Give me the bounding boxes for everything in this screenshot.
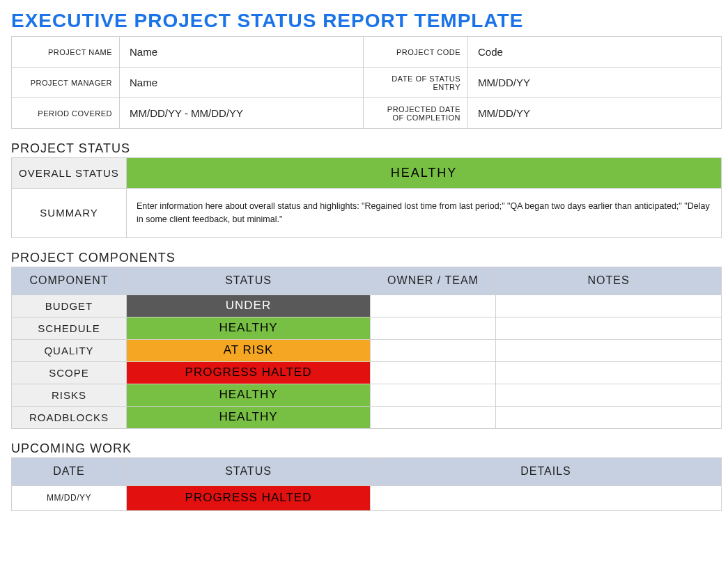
table-row: QUALITYAT RISK bbox=[12, 339, 722, 361]
value-period-covered[interactable]: MM/DD/YY - MM/DD/YY bbox=[120, 98, 364, 129]
label-projected-line1: PROJECTED DATE bbox=[364, 105, 460, 113]
header-component: COMPONENT bbox=[12, 267, 127, 295]
header-date: DATE bbox=[12, 457, 127, 485]
heading-project-components: PROJECT COMPONENTS bbox=[11, 251, 721, 265]
component-label: ROADBLOCKS bbox=[12, 406, 127, 428]
label-period-covered: PERIOD COVERED bbox=[12, 98, 120, 129]
component-label: QUALITY bbox=[12, 339, 127, 361]
header-status: STATUS bbox=[127, 267, 371, 295]
label-overall-status: OVERALL STATUS bbox=[12, 158, 127, 189]
component-label: RISKS bbox=[12, 384, 127, 406]
upcoming-work-table: DATE STATUS DETAILS MM/DD/YYPROGRESS HAL… bbox=[11, 457, 722, 511]
upcoming-details[interactable] bbox=[371, 485, 722, 510]
component-owner[interactable] bbox=[371, 339, 496, 361]
heading-upcoming-work: UPCOMING WORK bbox=[11, 441, 721, 456]
header-status: STATUS bbox=[127, 457, 371, 485]
value-project-code[interactable]: Code bbox=[468, 37, 722, 68]
component-status[interactable]: HEALTHY bbox=[127, 384, 371, 406]
table-row: MM/DD/YYPROGRESS HALTED bbox=[12, 485, 722, 510]
component-owner[interactable] bbox=[371, 361, 496, 384]
header-owner: OWNER / TEAM bbox=[371, 267, 496, 295]
component-status[interactable]: PROGRESS HALTED bbox=[127, 361, 371, 384]
component-owner[interactable] bbox=[371, 406, 496, 428]
component-notes[interactable] bbox=[496, 406, 722, 428]
value-projected-completion[interactable]: MM/DD/YY bbox=[468, 98, 722, 129]
project-status-table: OVERALL STATUS HEALTHY SUMMARY Enter inf… bbox=[11, 157, 722, 238]
value-project-manager[interactable]: Name bbox=[120, 68, 364, 98]
component-status[interactable]: UNDER bbox=[127, 295, 371, 317]
label-project-code: PROJECT CODE bbox=[364, 37, 468, 68]
component-label: SCHEDULE bbox=[12, 317, 127, 339]
value-date-of-status-entry[interactable]: MM/DD/YY bbox=[468, 68, 722, 98]
label-projected-line2: OF COMPLETION bbox=[364, 113, 460, 122]
table-row: RISKSHEALTHY bbox=[12, 384, 722, 406]
value-overall-status[interactable]: HEALTHY bbox=[127, 158, 722, 189]
value-project-name[interactable]: Name bbox=[120, 37, 364, 68]
component-status[interactable]: AT RISK bbox=[127, 339, 371, 361]
project-components-table: COMPONENT STATUS OWNER / TEAM NOTES BUDG… bbox=[11, 267, 722, 429]
component-owner[interactable] bbox=[371, 384, 496, 406]
header-notes: NOTES bbox=[496, 267, 722, 295]
table-row: SCOPEPROGRESS HALTED bbox=[12, 361, 722, 384]
component-notes[interactable] bbox=[496, 339, 722, 361]
component-notes[interactable] bbox=[496, 361, 722, 384]
table-row: ROADBLOCKSHEALTHY bbox=[12, 406, 722, 428]
component-notes[interactable] bbox=[496, 384, 722, 406]
label-project-name: PROJECT NAME bbox=[12, 37, 120, 68]
project-info-table: PROJECT NAME Name PROJECT CODE Code PROJ… bbox=[11, 36, 722, 129]
label-date-of-status-entry: DATE OF STATUS ENTRY bbox=[364, 68, 468, 98]
component-label: BUDGET bbox=[12, 295, 127, 317]
table-row: SCHEDULEHEALTHY bbox=[12, 317, 722, 339]
label-project-manager: PROJECT MANAGER bbox=[12, 68, 120, 98]
label-projected-completion: PROJECTED DATE OF COMPLETION bbox=[364, 98, 468, 129]
component-status[interactable]: HEALTHY bbox=[127, 317, 371, 339]
component-label: SCOPE bbox=[12, 361, 127, 384]
page-title: EXECUTIVE PROJECT STATUS REPORT TEMPLATE bbox=[11, 10, 721, 32]
header-details: DETAILS bbox=[371, 457, 722, 485]
table-row: BUDGETUNDER bbox=[12, 295, 722, 317]
upcoming-status[interactable]: PROGRESS HALTED bbox=[127, 485, 371, 510]
component-status[interactable]: HEALTHY bbox=[127, 406, 371, 428]
component-owner[interactable] bbox=[371, 295, 496, 317]
component-notes[interactable] bbox=[496, 317, 722, 339]
component-owner[interactable] bbox=[371, 317, 496, 339]
label-summary: SUMMARY bbox=[12, 189, 127, 238]
component-notes[interactable] bbox=[496, 295, 722, 317]
heading-project-status: PROJECT STATUS bbox=[11, 141, 721, 156]
value-summary[interactable]: Enter information here about overall sta… bbox=[127, 189, 722, 238]
upcoming-date[interactable]: MM/DD/YY bbox=[12, 485, 127, 510]
